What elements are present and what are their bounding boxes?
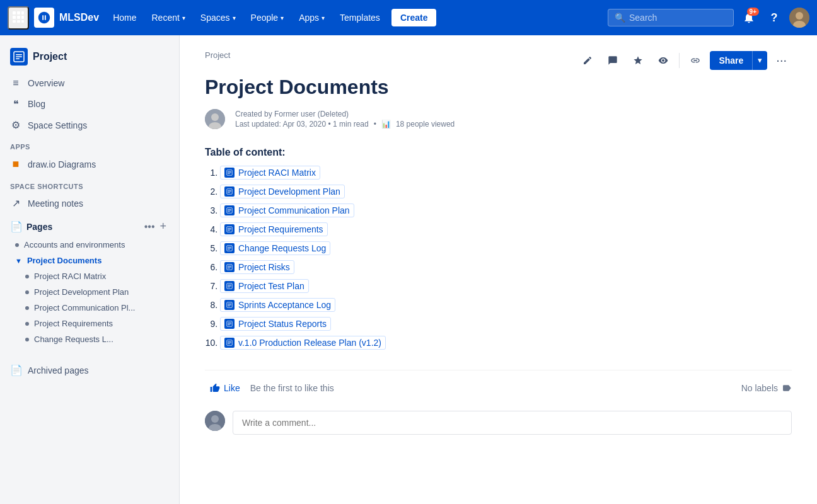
pages-add-btn[interactable]: + bbox=[157, 219, 169, 234]
watch-button[interactable] bbox=[652, 51, 674, 70]
pages-item-accounts[interactable]: Accounts and environments bbox=[0, 237, 179, 253]
shortcuts-section-label: SPACE SHORTCUTS bbox=[0, 175, 179, 193]
nav-people[interactable]: People▾ bbox=[245, 9, 291, 26]
toc-link-4[interactable]: Project Requirements bbox=[220, 222, 328, 236]
expand-arrow-icon: ▼ bbox=[15, 257, 22, 265]
toc-link-7[interactable]: Project Test Plan bbox=[220, 279, 309, 293]
toc-item: Project Status Reports bbox=[220, 317, 792, 331]
svg-rect-40 bbox=[228, 266, 231, 266]
sidebar-item-overview[interactable]: ≡ Overview bbox=[0, 73, 179, 93]
page-doc-icon bbox=[224, 319, 235, 329]
pages-item-raci[interactable]: Project RACI Matrix bbox=[0, 268, 179, 284]
sidebar-item-blog[interactable]: ❝ Blog + bbox=[0, 93, 179, 115]
toolbar-divider bbox=[679, 53, 680, 68]
sidebar-item-meeting-notes[interactable]: ↗ Meeting notes bbox=[0, 193, 179, 214]
svg-rect-48 bbox=[228, 304, 231, 304]
edit-button[interactable] bbox=[577, 51, 598, 70]
page-doc-icon bbox=[224, 338, 235, 348]
top-navigation: MLSDev Home Recent▾ Spaces▾ People▾ Apps… bbox=[0, 0, 817, 35]
grid-menu-icon[interactable] bbox=[8, 6, 29, 30]
create-button[interactable]: Create bbox=[391, 9, 437, 26]
svg-rect-21 bbox=[228, 173, 231, 173]
bullet-icon bbox=[25, 290, 29, 294]
toc-link-10[interactable]: v.1.0 Production Release Plan (v1.2) bbox=[220, 336, 386, 350]
app-logo[interactable]: MLSDev bbox=[34, 8, 99, 28]
nav-spaces[interactable]: Spaces▾ bbox=[194, 9, 242, 26]
nav-templates[interactable]: Templates bbox=[333, 9, 386, 26]
more-options-button[interactable]: ··· bbox=[771, 50, 792, 70]
toc-link-8[interactable]: Sprints Acceptance Log bbox=[220, 298, 335, 312]
nav-recent[interactable]: Recent▾ bbox=[145, 9, 191, 26]
page-doc-icon bbox=[224, 262, 235, 272]
star-button[interactable] bbox=[627, 51, 649, 70]
page-footer: Like Be the first to like this No labels bbox=[205, 370, 792, 396]
pages-item-project-documents[interactable]: ▼ Project Documents bbox=[0, 253, 179, 268]
blog-add-btn[interactable]: + bbox=[159, 98, 169, 110]
like-section: Like Be the first to like this bbox=[205, 381, 334, 396]
no-labels: No labels bbox=[741, 383, 792, 393]
like-prompt: Be the first to like this bbox=[250, 383, 334, 393]
toc-item: Change Requests Log bbox=[220, 241, 792, 255]
toc-heading: Table of content: bbox=[205, 147, 792, 158]
toc-list: Project RACI MatrixProject Development P… bbox=[205, 166, 792, 350]
page-doc-icon bbox=[224, 168, 235, 178]
nav-home[interactable]: Home bbox=[107, 9, 142, 26]
svg-rect-2 bbox=[21, 11, 24, 14]
link-button[interactable] bbox=[685, 51, 706, 70]
svg-rect-20 bbox=[228, 171, 231, 172]
archived-icon: 📄 bbox=[10, 364, 21, 376]
comment-section bbox=[205, 411, 792, 435]
external-link-icon: ↗ bbox=[10, 197, 21, 209]
toc-link-2[interactable]: Project Development Plan bbox=[220, 185, 345, 198]
share-dropdown-button[interactable]: ▾ bbox=[752, 51, 767, 70]
toc-item: Project Test Plan bbox=[220, 279, 792, 293]
comment-input[interactable] bbox=[233, 411, 792, 435]
search-icon: 🔍 bbox=[615, 13, 625, 23]
pages-item-comm-plan[interactable]: Project Communication Pl... bbox=[0, 300, 179, 316]
toc-link-5[interactable]: Change Requests Log bbox=[220, 241, 330, 255]
like-button[interactable]: Like bbox=[205, 381, 245, 396]
sidebar-space-title: Project bbox=[33, 51, 67, 62]
pages-item-requirements[interactable]: Project Requirements bbox=[0, 316, 179, 331]
sidebar-item-drawio[interactable]: ■ draw.io Diagrams bbox=[0, 153, 179, 175]
sidebar-item-space-settings[interactable]: ⚙ Space Settings bbox=[0, 115, 179, 135]
pages-item-dev-plan[interactable]: Project Development Plan bbox=[0, 284, 179, 300]
svg-rect-52 bbox=[228, 323, 231, 323]
svg-rect-53 bbox=[228, 324, 231, 324]
pages-item-change-requests[interactable]: Change Requests L... bbox=[0, 331, 179, 347]
toc-link-9[interactable]: Project Status Reports bbox=[220, 317, 331, 331]
comment-button[interactable] bbox=[602, 51, 623, 70]
toc-link-1[interactable]: Project RACI Matrix bbox=[220, 166, 320, 180]
pages-section-header: 📄 Pages ••• + bbox=[0, 214, 179, 237]
svg-rect-24 bbox=[228, 190, 231, 191]
svg-rect-0 bbox=[13, 11, 16, 14]
svg-rect-6 bbox=[13, 20, 16, 23]
notification-button[interactable]: 9+ bbox=[739, 8, 759, 28]
pages-more-btn[interactable]: ••• bbox=[142, 220, 158, 234]
toc-item: Project Communication Plan bbox=[220, 203, 792, 217]
help-button[interactable]: ? bbox=[764, 8, 784, 28]
svg-rect-34 bbox=[228, 231, 230, 231]
user-avatar[interactable] bbox=[789, 8, 809, 28]
svg-rect-57 bbox=[228, 343, 231, 343]
search-box[interactable]: 🔍 bbox=[608, 9, 734, 26]
nav-apps[interactable]: Apps▾ bbox=[293, 9, 331, 26]
toc-item: Project RACI Matrix bbox=[220, 166, 792, 180]
space-icon bbox=[10, 48, 28, 66]
share-button[interactable]: Share bbox=[710, 51, 752, 70]
sidebar-item-archived[interactable]: 📄 Archived pages bbox=[0, 360, 179, 381]
breadcrumb-link[interactable]: Project bbox=[205, 50, 230, 60]
svg-rect-32 bbox=[228, 228, 231, 229]
pages-icon: 📄 bbox=[10, 220, 21, 232]
svg-rect-41 bbox=[228, 267, 231, 268]
blog-icon: ❝ bbox=[10, 98, 21, 110]
content-area: Project bbox=[180, 35, 817, 504]
page-doc-icon bbox=[224, 224, 235, 234]
drawio-icon: ■ bbox=[10, 158, 21, 171]
toc-link-3[interactable]: Project Communication Plan bbox=[220, 203, 354, 217]
toc-link-6[interactable]: Project Risks bbox=[220, 260, 294, 274]
toc-item: Project Development Plan bbox=[220, 185, 792, 198]
svg-rect-46 bbox=[228, 287, 230, 288]
search-input[interactable] bbox=[629, 13, 727, 23]
svg-point-60 bbox=[211, 415, 219, 423]
